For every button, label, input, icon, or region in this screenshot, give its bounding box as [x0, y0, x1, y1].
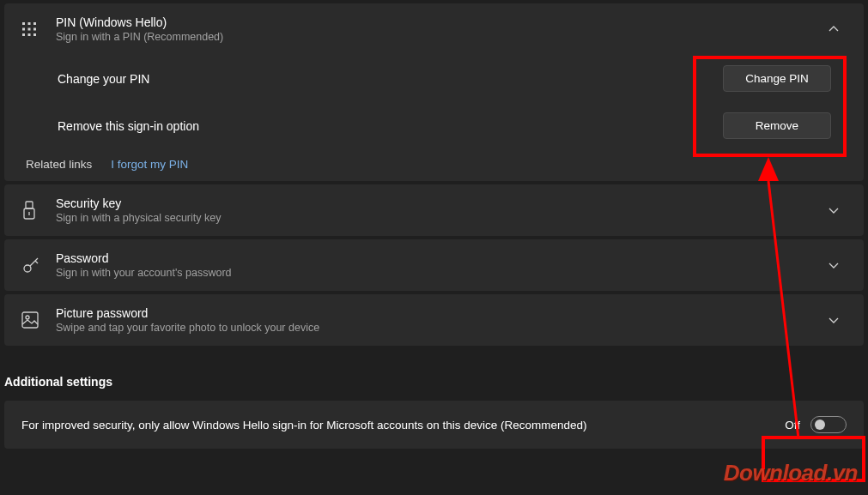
remove-pin-label: Remove this sign-in option — [58, 119, 723, 133]
picture-password-subtitle: Swipe and tap your favorite photo to unl… — [56, 322, 821, 334]
picture-password-panel[interactable]: Picture password Swipe and tap your favo… — [4, 294, 864, 346]
svg-rect-3 — [22, 28, 25, 31]
watermark: Download.vn — [724, 460, 858, 486]
pin-subtitle: Sign in with a PIN (Recommended) — [56, 31, 821, 43]
picture-icon — [21, 311, 39, 329]
key-icon — [21, 256, 40, 275]
svg-line-14 — [35, 261, 38, 263]
additional-settings-heading: Additional settings — [0, 349, 868, 397]
pin-header-row[interactable]: PIN (Windows Hello) Sign in with a PIN (… — [4, 3, 864, 55]
hello-only-panel: For improved security, only allow Window… — [4, 401, 864, 449]
hello-only-state: Off — [785, 419, 800, 432]
change-pin-row: Change your PIN Change PIN — [4, 55, 864, 102]
svg-rect-4 — [28, 28, 31, 31]
svg-rect-8 — [33, 33, 36, 36]
change-pin-label: Change your PIN — [58, 72, 723, 86]
svg-rect-6 — [22, 33, 25, 36]
remove-button[interactable]: Remove — [723, 112, 831, 139]
password-title: Password — [56, 251, 821, 265]
security-key-icon — [21, 201, 37, 220]
pin-chevron[interactable] — [821, 23, 847, 35]
password-subtitle: Sign in with your account's password — [56, 267, 821, 279]
security-key-title: Security key — [56, 196, 821, 210]
hello-only-description: For improved security, only allow Window… — [21, 419, 785, 432]
chevron-down-icon — [828, 204, 840, 216]
keypad-icon — [21, 21, 37, 37]
security-key-panel[interactable]: Security key Sign in with a physical sec… — [4, 184, 864, 236]
remove-pin-row: Remove this sign-in option Remove — [4, 102, 864, 149]
svg-rect-7 — [28, 33, 31, 36]
related-links-label: Related links — [26, 158, 92, 171]
toggle-knob — [815, 420, 825, 430]
picture-password-title: Picture password — [56, 306, 821, 320]
security-key-subtitle: Sign in with a physical security key — [56, 212, 821, 224]
pin-title: PIN (Windows Hello) — [56, 15, 821, 29]
pin-panel: PIN (Windows Hello) Sign in with a PIN (… — [4, 3, 864, 181]
svg-point-12 — [24, 265, 31, 272]
svg-rect-1 — [28, 22, 31, 25]
chevron-down-icon — [828, 314, 840, 326]
svg-point-16 — [26, 316, 29, 319]
pin-icon-col — [21, 21, 56, 37]
forgot-pin-link[interactable]: I forgot my PIN — [111, 158, 188, 171]
chevron-down-icon — [828, 259, 840, 271]
chevron-up-icon — [828, 23, 840, 35]
hello-only-toggle[interactable] — [810, 416, 847, 433]
change-pin-button[interactable]: Change PIN — [723, 65, 831, 92]
svg-rect-0 — [22, 22, 25, 25]
related-links-row: Related links I forgot my PIN — [4, 149, 864, 181]
password-panel[interactable]: Password Sign in with your account's pas… — [4, 239, 864, 291]
svg-rect-9 — [26, 202, 33, 208]
pin-text: PIN (Windows Hello) Sign in with a PIN (… — [56, 15, 821, 43]
svg-rect-2 — [33, 22, 36, 25]
hello-only-toggle-wrap: Off — [785, 416, 847, 433]
svg-rect-15 — [22, 312, 38, 328]
svg-rect-5 — [33, 28, 36, 31]
